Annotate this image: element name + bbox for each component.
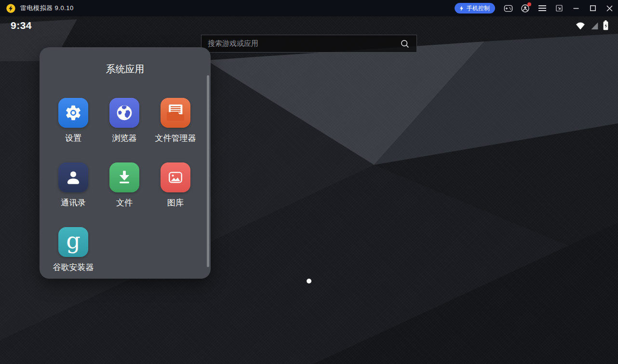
app-item-google-installer[interactable]: g 谷歌安装器 [48, 227, 99, 272]
google-installer-g-icon: g [66, 229, 80, 252]
cell-signal-icon [589, 21, 599, 30]
app-item-files[interactable]: 文件 [99, 162, 150, 208]
app-label: 文件管理器 [155, 133, 196, 143]
app-label: 通讯录 [61, 197, 86, 208]
resize-arrow-icon [555, 4, 564, 13]
app-label: 谷歌安装器 [53, 262, 94, 272]
maximize-button[interactable] [584, 0, 601, 16]
android-screen: 9:34 搜索游戏或应用 系统应用 [0, 16, 618, 364]
close-button[interactable] [601, 0, 618, 16]
app-item-browser[interactable]: 浏览器 [99, 98, 150, 143]
browser-globe-icon [115, 103, 134, 122]
app-item-settings[interactable]: 设置 [48, 98, 99, 143]
search-input[interactable]: 搜索游戏或应用 [201, 35, 417, 53]
contacts-person-icon [63, 167, 83, 188]
lightning-icon [458, 5, 465, 12]
status-icons [575, 20, 609, 31]
keymapping-button[interactable] [500, 0, 517, 16]
app-label: 浏览器 [112, 133, 137, 143]
ldplayer-logo-icon [6, 3, 16, 13]
file-manager-folder-icon [164, 102, 187, 124]
emulator-window: 雷电模拟器 9.0.10 手机控制 [0, 0, 618, 364]
resize-window-button[interactable] [551, 0, 567, 16]
search-icon[interactable] [400, 39, 410, 49]
account-button[interactable] [517, 0, 534, 16]
gallery-image-icon [165, 167, 186, 188]
battery-charging-icon [603, 20, 609, 31]
gamepad-icon [503, 3, 513, 13]
hamburger-menu-icon [538, 5, 547, 12]
page-indicator-dot [307, 279, 311, 283]
app-item-gallery[interactable]: 图库 [150, 162, 201, 208]
settings-gear-icon [64, 104, 82, 122]
maximize-icon [590, 5, 596, 12]
app-label: 图库 [167, 197, 184, 208]
menu-button[interactable] [534, 0, 551, 16]
wifi-icon [575, 21, 586, 30]
notification-dot [527, 2, 531, 6]
app-item-contacts[interactable]: 通讯录 [48, 162, 99, 208]
files-download-icon [114, 167, 134, 188]
app-label: 设置 [65, 133, 81, 143]
window-title: 雷电模拟器 9.0.10 [20, 4, 74, 13]
status-clock: 9:34 [11, 20, 32, 31]
folder-scrollbar[interactable] [207, 75, 209, 267]
phone-control-label: 手机控制 [467, 4, 490, 13]
titlebar: 雷电模拟器 9.0.10 手机控制 [0, 0, 618, 16]
minimize-icon [573, 5, 579, 12]
app-label: 文件 [116, 197, 133, 208]
app-item-file-manager[interactable]: 文件管理器 [150, 98, 201, 143]
system-apps-folder: 系统应用 设置 [40, 47, 211, 279]
search-placeholder: 搜索游戏或应用 [208, 39, 400, 48]
folder-title: 系统应用 [40, 63, 211, 76]
phone-control-button[interactable]: 手机控制 [455, 3, 495, 13]
close-icon [606, 5, 613, 12]
app-grid: 设置 浏览器 [48, 98, 201, 272]
minimize-button[interactable] [567, 0, 584, 16]
